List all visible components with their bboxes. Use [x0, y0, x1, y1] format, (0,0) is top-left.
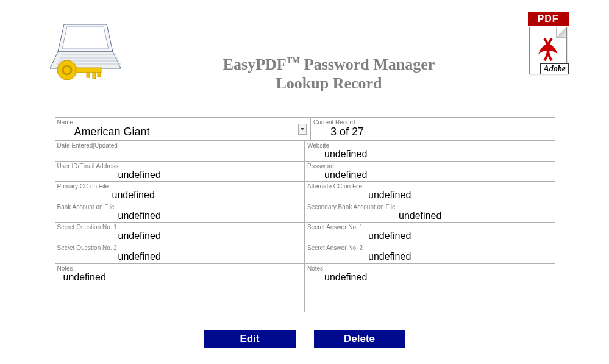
secret-q2-value: undefined	[57, 251, 302, 262]
svg-rect-9	[76, 68, 101, 73]
user-id-cell: User ID/Email Address undefined	[55, 161, 305, 182]
notes-right-cell: Notes undefined	[305, 263, 555, 312]
svg-rect-11	[93, 73, 96, 79]
alternate-cc-value: undefined	[307, 190, 552, 201]
secret-a2-cell: Secret Answer No. 2 undefined	[305, 243, 555, 263]
notes-right-label: Notes	[307, 265, 552, 272]
pdf-logo: PDF Adobe	[487, 6, 609, 74]
svg-point-7	[57, 60, 77, 80]
title-line1-a: EasyPDF	[223, 55, 287, 73]
notes-left-value: undefined	[57, 272, 302, 283]
notes-right-value: undefined	[307, 272, 552, 283]
alternate-cc-cell: Alternate CC on File undefined	[305, 181, 555, 202]
secondary-bank-label: Secondary Bank Account on File	[307, 204, 552, 210]
svg-rect-10	[87, 73, 90, 77]
secret-a2-value: undefined	[307, 251, 552, 262]
password-label: Password	[307, 163, 552, 170]
current-record-value: 3 of 27	[313, 126, 552, 139]
pdf-document-icon: Adobe	[529, 27, 567, 74]
notes-left-cell: Notes undefined	[55, 263, 305, 312]
website-cell: Website undefined	[305, 140, 555, 161]
bank-account-label: Bank Account on File	[57, 204, 302, 210]
date-entered-cell: Date Entered|Updated	[55, 140, 305, 161]
secret-a1-value: undefined	[307, 230, 552, 241]
edit-button[interactable]: Edit	[204, 330, 296, 348]
notes-left-label: Notes	[57, 265, 302, 272]
current-record-cell: Current Record 3 of 27	[311, 117, 555, 140]
password-value: undefined	[307, 170, 552, 180]
title-line2: Lookup Record	[276, 74, 382, 92]
secret-q2-label: Secret Question No. 2	[57, 244, 302, 251]
secret-a1-label: Secret Answer No. 1	[307, 224, 552, 230]
title-tm: TM	[287, 56, 301, 65]
name-value: American Giant	[57, 126, 296, 139]
header: EasyPDFTM Password Manager Lookup Record…	[0, 0, 609, 93]
app-logo	[0, 6, 171, 85]
primary-cc-value: undefined	[57, 190, 302, 201]
bank-account-value: undefined	[57, 210, 302, 221]
date-entered-label: Date Entered|Updated	[57, 142, 302, 149]
button-row: Edit Delete	[55, 330, 555, 348]
laptop-key-icon	[49, 18, 122, 85]
secret-q1-cell: Secret Question No. 1 undefined	[55, 222, 305, 243]
pdf-badge-label: PDF	[528, 12, 569, 26]
website-value: undefined	[307, 149, 552, 160]
title-line1-b: Password Manager	[300, 55, 435, 73]
name-label: Name	[57, 119, 296, 126]
secret-a2-label: Secret Answer No. 2	[307, 244, 552, 251]
website-label: Website	[307, 142, 552, 149]
secret-q1-value: undefined	[57, 230, 302, 241]
record-form: Name American Giant Current Record 3 of …	[55, 117, 555, 347]
primary-cc-label: Primary CC on File	[57, 183, 302, 190]
bank-account-cell: Bank Account on File undefined	[55, 202, 305, 223]
adobe-tag: Adobe	[540, 63, 569, 74]
name-cell[interactable]: Name American Giant	[55, 117, 312, 140]
name-dropdown-caret[interactable]	[298, 124, 307, 135]
secret-q1-label: Secret Question No. 1	[57, 224, 302, 230]
alternate-cc-label: Alternate CC on File	[307, 183, 552, 190]
primary-cc-cell: Primary CC on File undefined	[55, 181, 305, 202]
svg-marker-1	[62, 27, 109, 49]
secret-q2-cell: Secret Question No. 2 undefined	[55, 243, 305, 263]
delete-button[interactable]: Delete	[314, 330, 405, 348]
user-id-label: User ID/Email Address	[57, 163, 302, 170]
secret-a1-cell: Secret Answer No. 1 undefined	[305, 222, 555, 243]
secondary-bank-cell: Secondary Bank Account on File undefined	[305, 202, 555, 223]
current-record-label: Current Record	[313, 119, 552, 126]
user-id-value: undefined	[57, 170, 302, 180]
secondary-bank-value: undefined	[307, 210, 552, 221]
password-cell: Password undefined	[305, 161, 555, 182]
page-title: EasyPDFTM Password Manager Lookup Record	[171, 6, 487, 93]
svg-rect-12	[98, 73, 101, 77]
